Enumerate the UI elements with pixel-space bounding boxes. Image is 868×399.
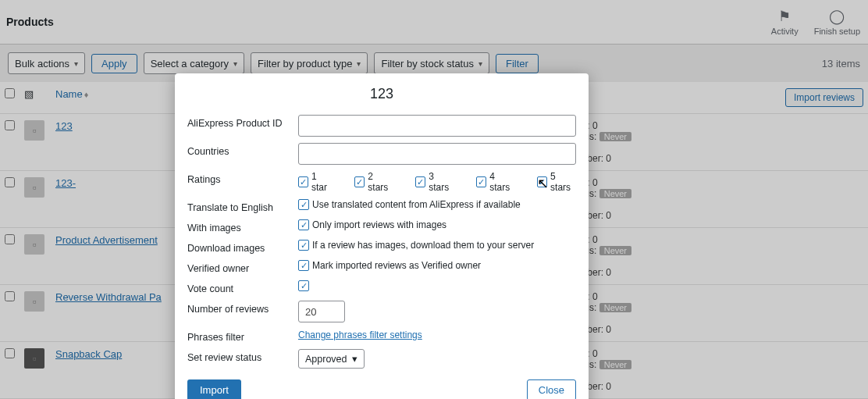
with-images-text: Only import reviews with images xyxy=(312,219,446,230)
verified-text: Mark imported reviews as Verified owner xyxy=(312,260,481,271)
review-status-value: Approved xyxy=(305,354,347,365)
product-id-label: AliExpress Product ID xyxy=(187,115,290,129)
download-images-text: If a review has images, download them to… xyxy=(312,240,534,251)
rating-4-label: 4 stars xyxy=(489,171,515,193)
verified-label: Verified owner xyxy=(187,260,290,274)
import-modal: 123 AliExpress Product ID Countries Rati… xyxy=(175,73,589,399)
product-id-input[interactable] xyxy=(298,115,576,137)
rating-2-label: 2 stars xyxy=(368,171,393,193)
rating-4-checkbox[interactable] xyxy=(476,176,486,187)
download-images-checkbox[interactable] xyxy=(298,240,309,251)
review-status-select[interactable]: Approved ▾ xyxy=(298,349,365,369)
download-images-label: Download images xyxy=(187,240,290,254)
rating-3-checkbox[interactable] xyxy=(415,176,425,187)
countries-label: Countries xyxy=(187,143,290,157)
with-images-checkbox[interactable] xyxy=(298,219,309,230)
rating-3-label: 3 stars xyxy=(429,171,454,193)
ratings-label: Ratings xyxy=(187,171,290,185)
chevron-down-icon: ▾ xyxy=(352,353,358,365)
with-images-label: With images xyxy=(187,219,290,233)
vote-count-checkbox[interactable] xyxy=(298,280,309,291)
import-button[interactable]: Import xyxy=(187,379,241,399)
verified-checkbox[interactable] xyxy=(298,260,309,271)
vote-count-label: Vote count xyxy=(187,280,290,294)
countries-input[interactable] xyxy=(298,143,576,165)
rating-5-checkbox[interactable] xyxy=(537,176,547,187)
num-reviews-label: Number of reviews xyxy=(187,301,290,315)
num-reviews-input[interactable] xyxy=(298,301,345,322)
phrases-link[interactable]: Change phrases filter settings xyxy=(298,330,422,340)
rating-1-label: 1 star xyxy=(311,171,333,193)
translate-checkbox[interactable] xyxy=(298,199,309,210)
rating-2-checkbox[interactable] xyxy=(354,176,365,187)
rating-5-label: 5 stars xyxy=(550,171,576,193)
translate-text: Use translated content from AliExpress i… xyxy=(312,199,521,210)
translate-label: Translate to English xyxy=(187,199,290,213)
close-button[interactable]: Close xyxy=(527,379,576,399)
modal-title: 123 xyxy=(187,86,576,102)
review-status-label: Set review status xyxy=(187,349,290,363)
phrases-label: Phrases filter xyxy=(187,329,290,343)
rating-1-checkbox[interactable] xyxy=(298,176,308,187)
